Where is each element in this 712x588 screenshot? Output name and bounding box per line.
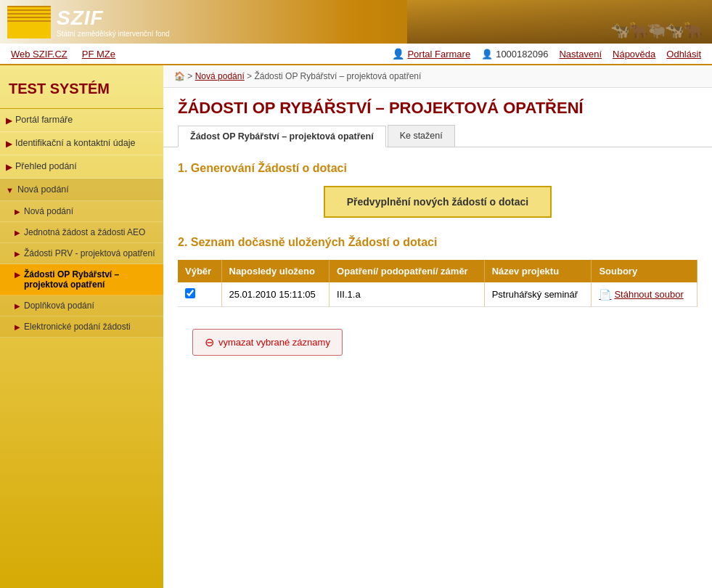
test-system-label: TEST SYSTÉM — [0, 65, 163, 109]
nav-pf-mze[interactable]: PF MZe — [82, 49, 115, 60]
portal-farmare-link[interactable]: 👤 Portal Farmare — [392, 48, 470, 60]
sub-label-doplnkova: Doplňková podání — [24, 301, 94, 311]
logo-subtext: Státní zemědělský intervenční fond — [57, 30, 170, 38]
col-nazev-projektu: Název projektu — [484, 260, 592, 282]
portal-farmare-icon: 👤 — [392, 48, 404, 60]
col-naposledy-ulozeno: Naposledy uloženo — [221, 260, 330, 282]
user-icon: 👤 — [481, 49, 493, 60]
pdf-download-link[interactable]: 📄 Stáhnout soubor — [599, 289, 690, 301]
sidebar-item-doplnkova-podani[interactable]: ▶ Doplňková podání — [0, 295, 163, 317]
sub-label-elektronicke: Elektronické podání žádosti — [24, 322, 131, 332]
sidebar-item-nova-podani[interactable]: ▶ Nová podání — [0, 201, 163, 222]
section2-title: 2. Seznam dočasně uložených Žádostí o do… — [178, 236, 697, 249]
table-header-row: Výběr Naposledy uloženo Opatření/ podopa… — [178, 260, 697, 282]
row-soubory-cell: 📄 Stáhnout soubor — [592, 282, 697, 307]
delete-button[interactable]: ⊖ vymazat vybrané záznamy — [192, 329, 343, 356]
tab-zadost[interactable]: Žádost OP Rybářství – projektová opatřen… — [178, 126, 386, 147]
sub-arrow-prv: ▶ — [15, 250, 20, 258]
nav-napoveda[interactable]: Nápověda — [613, 49, 655, 60]
sidebar-item-elektronicke-podani[interactable]: ▶ Elektronické podání žádosti — [0, 317, 163, 338]
table-row: 25.01.2010 15:11:05 III.1.a Pstruhářský … — [178, 282, 697, 307]
sidebar-label-identifikace: Identifikační a kontaktní údaje — [15, 138, 135, 148]
user-id-area: 👤 1000182096 — [481, 49, 548, 60]
sub-arrow-nova-podani: ▶ — [15, 208, 20, 216]
logo-szif-text: SZIF — [57, 7, 170, 30]
sub-label-op-rybarstvi: Žádosti OP Rybářství – projektová opatře… — [24, 269, 156, 290]
breadcrumb-nova-podani[interactable]: Nová podání — [195, 71, 245, 81]
sub-label-prv: Žádosti PRV - projektová opatření — [24, 248, 155, 258]
tab-ke-stazeni[interactable]: Ke stažení — [388, 125, 455, 147]
row-checkbox[interactable] — [185, 288, 195, 298]
row-naposledy-ulozeno: 25.01.2010 15:11:05 — [221, 282, 330, 307]
arrow-icon-nova-podani: ▼ — [6, 186, 14, 195]
col-soubory: Soubory — [592, 260, 697, 282]
arrow-icon-portal: ▶ — [6, 116, 12, 126]
sidebar-item-zadosti-prv[interactable]: ▶ Žádosti PRV - projektová opatření — [0, 243, 163, 264]
sidebar-item-jednotna-zadost[interactable]: ▶ Jednotná žádost a žádosti AEO — [0, 222, 163, 243]
pdf-link-label[interactable]: Stáhnout soubor — [614, 289, 683, 300]
sidebar-label-portal-farmare: Portál farmáře — [15, 115, 73, 125]
sidebar-label-nova-podani-header: Nová podání — [17, 184, 69, 195]
breadcrumb-separator-2: > — [247, 71, 254, 81]
tabs-container: Žádost OP Rybářství – projektová opatřen… — [163, 125, 712, 147]
breadcrumb-current: Žádosti OP Rybářství – projektová opatře… — [254, 71, 421, 81]
main-content: 🏠 > Nová podání > Žádosti OP Rybářství –… — [163, 65, 712, 588]
breadcrumb: 🏠 > Nová podání > Žádosti OP Rybářství –… — [163, 65, 712, 88]
row-opatreni: III.1.a — [330, 282, 485, 307]
nav-odhlasit[interactable]: Odhlásit — [666, 49, 701, 60]
navbar-right: 👤 Portal Farmare 👤 1000182096 Nastavení … — [392, 48, 701, 60]
user-id-value: 1000182096 — [496, 49, 548, 60]
sidebar-submenu: ▶ Nová podání ▶ Jednotná žádost a žádost… — [0, 201, 163, 338]
predvyplneni-button[interactable]: Předvyplnění nových žádostí o dotaci — [324, 186, 552, 218]
sidebar-item-identifikace[interactable]: ▶ Identifikační a kontaktní údaje — [0, 132, 163, 155]
sidebar-item-prehled-podani[interactable]: ▶ Přehled podání — [0, 155, 163, 179]
portal-farmare-label[interactable]: Portal Farmare — [407, 49, 470, 60]
row-nazev-projektu: Pstruhářský seminář — [484, 282, 592, 307]
sidebar-label-prehled-podani: Přehled podání — [15, 161, 77, 171]
col-vybr: Výběr — [178, 260, 221, 282]
sidebar: TEST SYSTÉM ▶ Portál farmáře ▶ Identifik… — [0, 65, 163, 588]
zadosti-table: Výběr Naposledy uloženo Opatření/ podopa… — [178, 260, 697, 307]
logo-yellow-box — [7, 6, 51, 38]
arrow-icon-prehled: ▶ — [6, 163, 12, 172]
page-title: ŽÁDOSTI OP RYBÁŘSTVÍ – PROJEKTOVÁ OPATŘE… — [163, 88, 712, 125]
home-icon[interactable]: 🏠 — [174, 71, 185, 81]
breadcrumb-separator-1: > — [187, 71, 195, 81]
nav-nastaveni[interactable]: Nastavení — [559, 49, 602, 60]
delete-icon: ⊖ — [205, 335, 214, 349]
sub-label-jednotna: Jednotná žádost a žádosti AEO — [24, 227, 145, 237]
header-cattle-image: 🐄🐂🐃🐄🐂 — [407, 0, 712, 44]
header: SZIF Státní zemědělský intervenční fond … — [0, 0, 712, 44]
arrow-icon-identifikace: ▶ — [6, 139, 12, 149]
sub-arrow-doplnkova: ▶ — [15, 302, 20, 310]
nav-web-szif[interactable]: Web SZIF.CZ — [11, 49, 67, 60]
main-layout: TEST SYSTÉM ▶ Portál farmáře ▶ Identifik… — [0, 65, 712, 588]
pdf-icon: 📄 — [599, 289, 611, 301]
col-opatreni: Opatření/ podopatření/ záměr — [330, 260, 485, 282]
section-seznam: 2. Seznam dočasně uložených Žádostí o do… — [163, 236, 712, 356]
section-generovani: 1. Generování Žádostí o dotaci Předvypln… — [163, 162, 712, 218]
row-checkbox-cell — [178, 282, 221, 307]
sub-label-nova-podani: Nová podání — [24, 206, 73, 216]
section1-title: 1. Generování Žádostí o dotaci — [178, 162, 697, 175]
logo-area: SZIF Státní zemědělský intervenční fond — [7, 6, 170, 38]
logo-text-block: SZIF Státní zemědělský intervenční fond — [57, 7, 170, 38]
sidebar-item-nova-podani-header[interactable]: ▼ Nová podání — [0, 179, 163, 201]
delete-button-label: vymazat vybrané záznamy — [218, 337, 330, 348]
sub-arrow-elektronicke: ▶ — [15, 323, 20, 331]
navbar: Web SZIF.CZ PF MZe 👤 Portal Farmare 👤 10… — [0, 44, 712, 65]
sub-arrow-jednotna: ▶ — [15, 229, 20, 237]
cattle-silhouettes: 🐄🐂🐃🐄🐂 — [610, 21, 701, 40]
sub-arrow-op-rybarstvi: ▶ — [15, 271, 20, 279]
sidebar-item-portal-farmare[interactable]: ▶ Portál farmáře — [0, 109, 163, 132]
sidebar-item-zadosti-op-rybarstvi[interactable]: ▶ Žádosti OP Rybářství – projektová opat… — [0, 264, 163, 295]
